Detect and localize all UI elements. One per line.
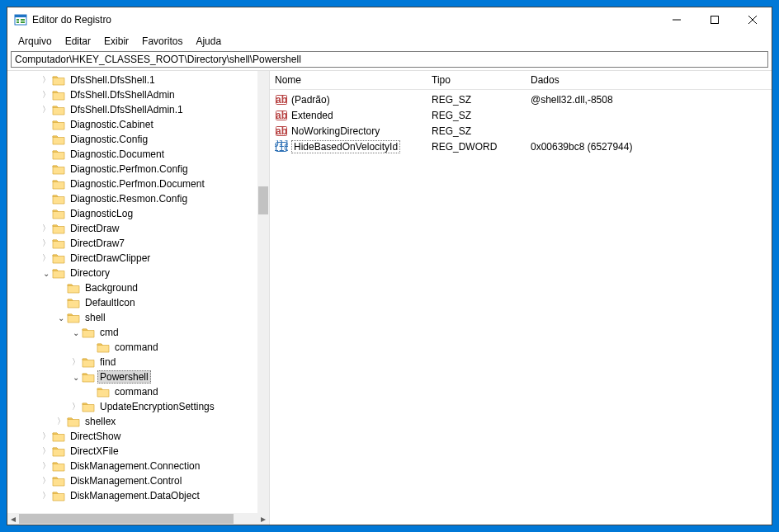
tree-node-label[interactable]: Background bbox=[83, 282, 140, 294]
tree-row[interactable]: Diagnostic.Cabinet bbox=[7, 117, 257, 132]
chevron-right-icon[interactable]: 〉 bbox=[40, 431, 52, 442]
tree-node-label[interactable]: Diagnostic.Cabinet bbox=[68, 119, 156, 130]
tree-node-label[interactable]: command bbox=[112, 341, 161, 353]
scroll-left-icon[interactable]: ◂ bbox=[7, 513, 19, 525]
tree-row[interactable]: DefaultIcon bbox=[7, 295, 257, 310]
chevron-right-icon[interactable]: 〉 bbox=[40, 238, 52, 249]
tree-row[interactable]: command bbox=[7, 340, 257, 355]
tree-node-label[interactable]: DiskManagement.Control bbox=[68, 475, 184, 487]
tree-row[interactable]: 〉DiskManagement.Connection bbox=[7, 459, 257, 473]
tree-node-label[interactable]: Directory bbox=[68, 267, 112, 279]
tree-row[interactable]: 〉shellex bbox=[7, 414, 257, 429]
chevron-right-icon[interactable]: 〉 bbox=[40, 74, 52, 86]
tree-node-label[interactable]: find bbox=[97, 356, 118, 368]
chevron-down-icon[interactable]: ⌄ bbox=[70, 327, 82, 338]
tree-row[interactable]: command bbox=[7, 384, 257, 399]
chevron-right-icon[interactable]: 〉 bbox=[70, 401, 82, 412]
tree-row[interactable]: Diagnostic.Perfmon.Config bbox=[7, 162, 257, 177]
tree-row[interactable]: Diagnostic.Perfmon.Document bbox=[7, 177, 257, 191]
tree-row[interactable]: Diagnostic.Document bbox=[7, 147, 257, 162]
tree-row[interactable]: 〉DfsShell.DfsShellAdmin bbox=[7, 87, 257, 102]
tree-row[interactable]: Diagnostic.Resmon.Config bbox=[7, 191, 257, 206]
tree-node-label[interactable]: DfsShell.DfsShell.1 bbox=[68, 74, 158, 86]
tree-horizontal-scrollbar[interactable]: ◂ ▸ bbox=[7, 513, 269, 525]
column-type[interactable]: Tipo bbox=[427, 71, 526, 89]
tree-row[interactable]: ⌄cmd bbox=[7, 325, 257, 340]
tree-row[interactable]: ⌄shell bbox=[7, 310, 257, 325]
address-bar[interactable]: Computador\HKEY_CLASSES_ROOT\Directory\s… bbox=[11, 51, 768, 68]
chevron-right-icon[interactable]: 〉 bbox=[40, 89, 52, 101]
tree-node-label[interactable]: shell bbox=[83, 312, 108, 323]
tree-row[interactable]: 〉DirectXFile bbox=[7, 444, 257, 459]
tree-node-label[interactable]: DfsShell.DfsShellAdmin bbox=[68, 89, 177, 101]
tree-node-label[interactable]: Diagnostic.Document bbox=[68, 148, 167, 160]
chevron-down-icon[interactable]: ⌄ bbox=[70, 371, 82, 383]
registry-tree[interactable]: 〉DfsShell.DfsShell.1〉DfsShell.DfsShellAd… bbox=[7, 71, 257, 513]
scroll-right-icon[interactable]: ▸ bbox=[257, 513, 269, 525]
value-name[interactable]: Extended bbox=[291, 110, 333, 121]
tree-node-label[interactable]: DirectShow bbox=[68, 431, 123, 442]
chevron-right-icon[interactable]: 〉 bbox=[40, 445, 52, 457]
chevron-right-icon[interactable]: 〉 bbox=[40, 104, 52, 115]
tree-node-label[interactable]: DirectDrawClipper bbox=[68, 252, 153, 264]
tree-row[interactable]: Diagnostic.Config bbox=[7, 132, 257, 147]
tree-node-label[interactable]: Diagnostic.Perfmon.Config bbox=[68, 163, 191, 175]
tree-node-label[interactable]: cmd bbox=[97, 327, 121, 338]
chevron-right-icon[interactable]: 〉 bbox=[40, 223, 52, 234]
tree-row[interactable]: DiagnosticLog bbox=[7, 206, 257, 221]
menu-file[interactable]: Arquivo bbox=[12, 34, 58, 49]
tree-row[interactable]: 〉DiskManagement.Control bbox=[7, 473, 257, 488]
values-list[interactable]: ab(Padrão)REG_SZ@shell32.dll,-8508abExte… bbox=[270, 90, 772, 525]
tree-row[interactable]: 〉DirectShow bbox=[7, 429, 257, 444]
tree-node-label[interactable]: command bbox=[112, 386, 161, 398]
tree-node-label[interactable]: DfsShell.DfsShellAdmin.1 bbox=[68, 104, 186, 115]
scrollbar-thumb[interactable] bbox=[258, 186, 268, 214]
tree-node-label[interactable]: DiagnosticLog bbox=[68, 208, 135, 219]
tree-node-label[interactable]: Diagnostic.Perfmon.Document bbox=[68, 178, 207, 190]
chevron-down-icon[interactable]: ⌄ bbox=[40, 267, 52, 279]
tree-node-label[interactable]: Powershell bbox=[97, 370, 151, 384]
tree-node-label[interactable]: DefaultIcon bbox=[83, 297, 138, 308]
tree-row[interactable]: 〉UpdateEncryptionSettings bbox=[7, 399, 257, 414]
tree-row[interactable]: Background bbox=[7, 280, 257, 295]
chevron-down-icon[interactable]: ⌄ bbox=[55, 312, 67, 323]
tree-node-label[interactable]: Diagnostic.Resmon.Config bbox=[68, 193, 190, 205]
value-name[interactable]: HideBasedOnVelocityId bbox=[291, 140, 400, 153]
column-name[interactable]: Nome bbox=[270, 71, 427, 89]
tree-row[interactable]: ⌄Powershell bbox=[7, 370, 257, 384]
chevron-right-icon[interactable]: 〉 bbox=[40, 475, 52, 487]
tree-node-label[interactable]: UpdateEncryptionSettings bbox=[97, 401, 217, 412]
tree-node-label[interactable]: DiskManagement.DataObject bbox=[68, 490, 202, 501]
chevron-right-icon[interactable]: 〉 bbox=[70, 356, 82, 368]
chevron-right-icon[interactable]: 〉 bbox=[40, 490, 52, 501]
value-row[interactable]: ab(Padrão)REG_SZ@shell32.dll,-8508 bbox=[270, 92, 772, 107]
chevron-right-icon[interactable]: 〉 bbox=[55, 416, 67, 427]
tree-row[interactable]: 〉DirectDrawClipper bbox=[7, 251, 257, 266]
tree-row[interactable]: 〉DfsShell.DfsShell.1 bbox=[7, 73, 257, 87]
tree-node-label[interactable]: DirectDraw7 bbox=[68, 238, 127, 249]
scrollbar-thumb[interactable] bbox=[19, 514, 234, 524]
values-header[interactable]: Nome Tipo Dados bbox=[270, 71, 772, 90]
tree-node-label[interactable]: shellex bbox=[83, 416, 118, 427]
tree-row[interactable]: 〉DirectDraw7 bbox=[7, 236, 257, 251]
maximize-button[interactable] bbox=[696, 7, 734, 32]
value-name[interactable]: NoWorkingDirectory bbox=[291, 125, 380, 137]
tree-node-label[interactable]: Diagnostic.Config bbox=[68, 134, 150, 145]
minimize-button[interactable] bbox=[658, 7, 696, 32]
value-row[interactable]: abNoWorkingDirectoryREG_SZ bbox=[270, 123, 772, 139]
menu-favorites[interactable]: Favoritos bbox=[136, 34, 188, 49]
menu-edit[interactable]: Editar bbox=[59, 34, 97, 49]
tree-node-label[interactable]: DirectDraw bbox=[68, 223, 121, 234]
tree-row[interactable]: 〉find bbox=[7, 355, 257, 370]
tree-row[interactable]: 〉DirectDraw bbox=[7, 221, 257, 236]
chevron-right-icon[interactable]: 〉 bbox=[40, 460, 52, 472]
menu-view[interactable]: Exibir bbox=[98, 34, 135, 49]
close-button[interactable] bbox=[734, 7, 772, 32]
value-row[interactable]: abExtendedREG_SZ bbox=[270, 107, 772, 123]
tree-row[interactable]: ⌄Directory bbox=[7, 266, 257, 280]
column-data[interactable]: Dados bbox=[526, 71, 772, 89]
tree-node-label[interactable]: DiskManagement.Connection bbox=[68, 460, 202, 472]
value-row[interactable]: 011110HideBasedOnVelocityIdREG_DWORD0x00… bbox=[270, 139, 772, 154]
value-name[interactable]: (Padrão) bbox=[291, 94, 330, 106]
chevron-right-icon[interactable]: 〉 bbox=[40, 252, 52, 264]
